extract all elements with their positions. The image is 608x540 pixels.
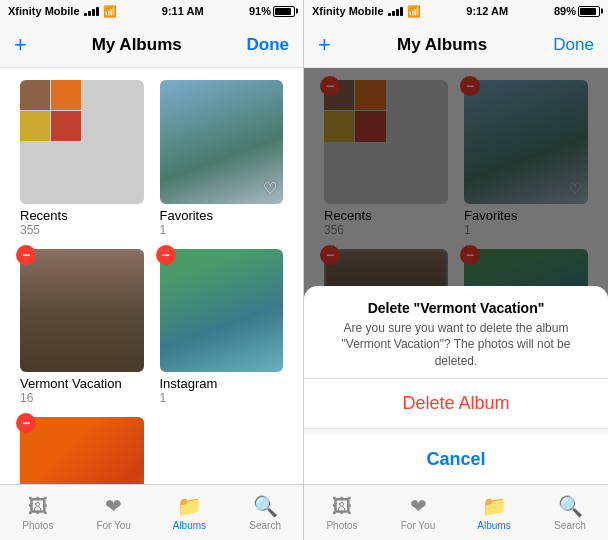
right-done-button[interactable]: Done: [553, 35, 594, 55]
left-foryou-icon: ❤: [105, 494, 122, 518]
album-recents-left[interactable]: Recents 355: [12, 76, 152, 245]
right-status-left: Xfinity Mobile 📶: [312, 5, 421, 18]
album-favorites-label-left: Favorites: [160, 208, 284, 223]
right-nav-bar: + My Albums Done: [304, 22, 608, 68]
left-albums-label: Albums: [173, 520, 206, 531]
album-vermont-left[interactable]: − Vermont Vacation 16: [12, 245, 152, 414]
album-favorites-thumb-left: ♡: [160, 80, 284, 204]
left-nav-title: My Albums: [92, 35, 182, 55]
left-foryou-label: For You: [96, 520, 130, 531]
left-tab-search[interactable]: 🔍 Search: [227, 494, 303, 531]
right-battery-pct: 89%: [554, 5, 576, 17]
left-album-grid: Recents 355 ♡ Favorites 1 − Vermont Vaca…: [0, 68, 303, 484]
album-vermont-label-left: Vermont Vacation: [20, 376, 144, 391]
right-search-label: Search: [554, 520, 586, 531]
action-sheet-title: Delete "Vermont Vacation": [320, 300, 592, 316]
left-time: 9:11 AM: [162, 5, 204, 17]
right-panel-content: − Recents 356 − ♡: [304, 68, 608, 484]
album-instagram-count-left: 1: [160, 391, 284, 405]
album-favorites-count-left: 1: [160, 223, 284, 237]
right-tab-bar: 🖼 Photos ❤ For You 📁 Albums 🔍 Search: [304, 484, 608, 540]
left-tab-photos[interactable]: 🖼 Photos: [0, 495, 76, 531]
right-nav-title: My Albums: [397, 35, 487, 55]
right-foryou-icon: ❤: [410, 494, 427, 518]
left-panel: Xfinity Mobile 📶 9:11 AM 91% + My Albums…: [0, 0, 304, 540]
right-add-button[interactable]: +: [318, 32, 331, 58]
right-panel: Xfinity Mobile 📶 9:12 AM 89% + My Albums…: [304, 0, 608, 540]
left-photos-label: Photos: [22, 520, 53, 531]
left-done-button[interactable]: Done: [247, 35, 290, 55]
left-photos-icon: 🖼: [28, 495, 48, 518]
left-status-left: Xfinity Mobile 📶: [8, 5, 117, 18]
delete-album-button[interactable]: Delete Album: [304, 379, 608, 429]
right-tab-albums[interactable]: 📁 Albums: [456, 494, 532, 531]
album-recents-count-left: 355: [20, 223, 144, 237]
album-instagram-minus-left[interactable]: −: [156, 245, 176, 265]
left-albums-icon: 📁: [177, 494, 202, 518]
left-nav-bar: + My Albums Done: [0, 22, 303, 68]
left-battery-pct: 91%: [249, 5, 271, 17]
right-search-icon: 🔍: [558, 494, 583, 518]
action-sheet: Delete "Vermont Vacation" Are you sure y…: [304, 286, 608, 484]
right-status-right: 89%: [554, 5, 600, 17]
album-recents-thumb-left: [20, 80, 144, 204]
left-tab-foryou[interactable]: ❤ For You: [76, 494, 152, 531]
album-flower-thumb-left: [20, 417, 144, 484]
favorites-heart-icon: ♡: [263, 179, 277, 198]
left-add-button[interactable]: +: [14, 32, 27, 58]
left-tab-albums[interactable]: 📁 Albums: [152, 494, 228, 531]
right-tab-search[interactable]: 🔍 Search: [532, 494, 608, 531]
right-albums-label: Albums: [477, 520, 510, 531]
album-vermont-minus-left[interactable]: −: [16, 245, 36, 265]
modal-overlay: Delete "Vermont Vacation" Are you sure y…: [304, 68, 608, 484]
left-status-bar: Xfinity Mobile 📶 9:11 AM 91%: [0, 0, 303, 22]
right-signal-icon: [388, 6, 403, 16]
right-battery-icon: 89%: [554, 5, 600, 17]
right-albums-icon: 📁: [482, 494, 507, 518]
left-search-icon: 🔍: [253, 494, 278, 518]
cancel-button[interactable]: Cancel: [304, 435, 608, 484]
action-sheet-title-block: Delete "Vermont Vacation" Are you sure y…: [304, 286, 608, 379]
album-instagram-label-left: Instagram: [160, 376, 284, 391]
album-instagram-thumb-left: [160, 249, 284, 373]
right-photos-icon: 🖼: [332, 495, 352, 518]
right-photos-label: Photos: [326, 520, 357, 531]
right-tab-photos[interactable]: 🖼 Photos: [304, 495, 380, 531]
right-time: 9:12 AM: [466, 5, 508, 17]
left-search-label: Search: [249, 520, 281, 531]
right-wifi-icon: 📶: [407, 5, 421, 18]
album-favorites-left[interactable]: ♡ Favorites 1: [152, 76, 292, 245]
right-carrier: Xfinity Mobile: [312, 5, 384, 17]
left-carrier: Xfinity Mobile: [8, 5, 80, 17]
left-signal-icon: [84, 6, 99, 16]
right-status-bar: Xfinity Mobile 📶 9:12 AM 89%: [304, 0, 608, 22]
album-flower-left[interactable]: −: [12, 413, 152, 484]
left-battery-icon: 91%: [249, 5, 295, 17]
album-vermont-count-left: 16: [20, 391, 144, 405]
album-vermont-thumb-left: [20, 249, 144, 373]
album-flower-minus-left[interactable]: −: [16, 413, 36, 433]
album-instagram-left[interactable]: − Instagram 1: [152, 245, 292, 414]
left-tab-bar: 🖼 Photos ❤ For You 📁 Albums 🔍 Search: [0, 484, 303, 540]
action-sheet-message: Are you sure you want to delete the albu…: [320, 320, 592, 370]
album-recents-label-left: Recents: [20, 208, 144, 223]
right-foryou-label: For You: [401, 520, 435, 531]
left-wifi-icon: 📶: [103, 5, 117, 18]
left-status-right: 91%: [249, 5, 295, 17]
right-tab-foryou[interactable]: ❤ For You: [380, 494, 456, 531]
